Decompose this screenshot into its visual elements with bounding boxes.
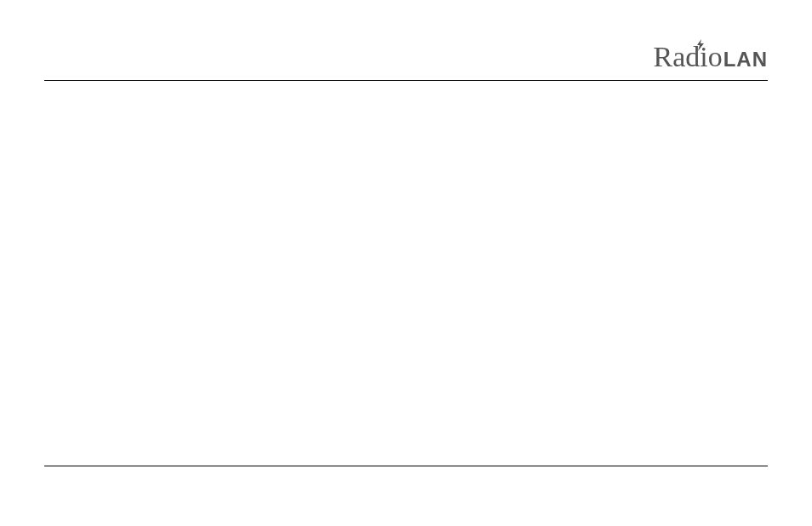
logo-text-radio: Radio xyxy=(653,41,722,73)
page-header: Radio LAN xyxy=(44,41,768,78)
brand-logo: Radio LAN xyxy=(653,41,768,73)
lightning-bolt-icon xyxy=(695,39,706,51)
footer-rule xyxy=(44,466,768,466)
header-rule xyxy=(44,80,768,81)
document-page: Radio LAN xyxy=(0,0,812,526)
logo-text-lan: LAN xyxy=(723,48,768,71)
